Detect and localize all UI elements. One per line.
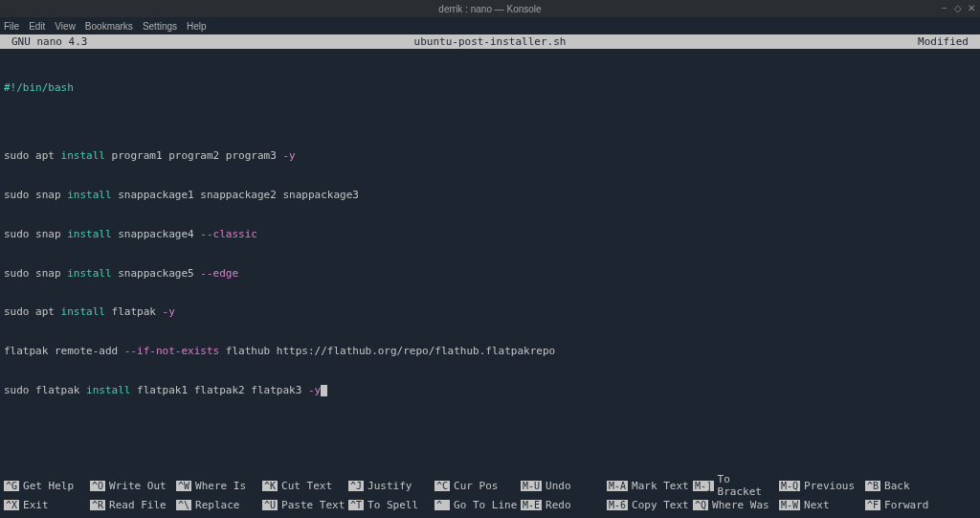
shortcut: ^UPaste Text [262, 499, 348, 511]
editor-area[interactable]: #!/bin/bash sudo apt install program1 pr… [0, 49, 980, 471]
blank-line [4, 285, 976, 300]
code-text: sudo snap [4, 267, 67, 280]
menu-file[interactable]: File [4, 21, 19, 32]
flag: -y [308, 384, 321, 396]
shortcut-label: Go To Line [454, 499, 517, 511]
flag: -y [282, 149, 295, 162]
shortcut: ^JJustify [348, 473, 434, 498]
blank-line [4, 364, 976, 378]
menu-view[interactable]: View [55, 21, 76, 32]
window-titlebar: derrik : nano — Konsole − ◇ ✕ [0, 0, 980, 17]
shortcut-label: Replace [195, 499, 239, 511]
window-title: derrik : nano — Konsole [438, 4, 541, 14]
shortcut: M-6Copy Text [607, 499, 693, 511]
code-text: flatpak remote-add [4, 345, 124, 357]
code-line: sudo snap install snappackage1 snappacka… [4, 188, 976, 202]
shortcut-key: M-] [693, 481, 714, 491]
menu-edit[interactable]: Edit [29, 21, 45, 32]
flag: --edge [200, 267, 238, 280]
shortcut-key: ^_ [434, 500, 450, 510]
code-line: sudo snap install snappackage4 --classic [4, 227, 976, 241]
shortcut: ^\Replace [176, 499, 262, 511]
code-text: flatpak [105, 305, 163, 318]
shortcut-label: Previous [804, 480, 855, 492]
shortcut-label: Forward [884, 499, 928, 511]
shortcut-label: Write Out [109, 480, 167, 492]
shortcut-key: M-6 [607, 500, 628, 510]
shortcut-label: Get Help [23, 480, 74, 492]
keyword: install [86, 384, 130, 396]
shortcut-key: ^O [90, 481, 105, 491]
code-line: sudo flatpak install flatpak1 flatpak2 f… [4, 383, 976, 397]
blank-line [4, 246, 976, 260]
menubar: File Edit View Bookmarks Settings Help [0, 17, 980, 34]
shortcut-label: Next [804, 499, 830, 511]
shortcut: ^RRead File [90, 499, 176, 511]
shortcut-label: Mark Text [632, 480, 689, 492]
flag: --if-not-exists [124, 345, 219, 357]
shortcut-label: Copy Text [632, 499, 689, 511]
shortcut-key: ^U [262, 500, 278, 510]
keyword: install [61, 305, 105, 318]
minimize-icon[interactable]: − [940, 4, 949, 13]
shortcut: ^KCut Text [262, 473, 348, 498]
code-text: sudo snap [4, 228, 67, 240]
shortcut: ^XExit [4, 499, 90, 511]
shortcut: M-ERedo [521, 499, 607, 511]
shortcut-key: ^Q [693, 500, 708, 510]
menu-bookmarks[interactable]: Bookmarks [85, 21, 133, 32]
keyword: install [67, 189, 111, 201]
blank-line [4, 129, 976, 144]
shortcut-label: To Spell [368, 499, 418, 511]
shortcut: M-WNext [779, 499, 865, 511]
code-line: sudo apt install flatpak -y [4, 304, 976, 319]
nano-version: GNU nano 4.3 [11, 35, 87, 48]
shortcut-key: ^K [262, 481, 278, 491]
shortcut: M-]To Bracket [693, 473, 779, 498]
shortcut-key: M-E [521, 500, 542, 510]
code-text: sudo snap [4, 189, 67, 201]
shortcut-key: ^J [348, 481, 364, 491]
shortcut-label: Exit [23, 499, 49, 511]
window-controls: − ◇ ✕ [940, 4, 976, 13]
maximize-icon[interactable]: ◇ [953, 4, 963, 13]
menu-help[interactable]: Help [187, 21, 207, 32]
nano-shortcuts: ^GGet Help^OWrite Out^WWhere Is^KCut Tex… [0, 471, 980, 518]
cursor [321, 385, 327, 396]
shortcut: ^_Go To Line [434, 499, 521, 511]
close-icon[interactable]: ✕ [967, 4, 976, 13]
menu-settings[interactable]: Settings [143, 21, 177, 32]
code-text: sudo apt [4, 305, 61, 318]
shortcut-key: ^T [348, 500, 364, 510]
nano-header: GNU nano 4.3 ubuntu-post-installer.sh Mo… [0, 34, 980, 49]
shortcut: M-QPrevious [779, 473, 865, 498]
shortcut-key: ^R [90, 500, 105, 510]
shortcut-label: Where Was [712, 499, 769, 511]
flag: --classic [200, 228, 257, 240]
blank-line [4, 325, 976, 339]
shortcut-row-1: ^GGet Help^OWrite Out^WWhere Is^KCut Tex… [4, 473, 976, 498]
shortcut-label: Justify [368, 480, 412, 492]
code-text: program1 program2 program3 [105, 149, 282, 162]
code-text: sudo flatpak [4, 384, 86, 396]
code-text: sudo apt [4, 149, 61, 162]
shortcut: ^QWhere Was [693, 499, 779, 511]
shortcut: ^BBack [865, 473, 951, 498]
shortcut-key: ^F [865, 500, 880, 510]
shortcut-label: Where Is [195, 480, 246, 492]
shortcut-key: ^C [434, 481, 450, 491]
shortcut-label: Cut Text [281, 480, 332, 492]
shortcut: ^OWrite Out [90, 473, 176, 498]
shortcut-label: Paste Text [281, 499, 345, 511]
shortcut-label: Back [884, 480, 910, 492]
shortcut-row-2: ^XExit^RRead File^\Replace^UPaste Text^T… [4, 499, 976, 511]
shortcut-label: To Bracket [718, 473, 779, 498]
code-text: flathub https://flathub.org/repo/flathub… [219, 345, 555, 357]
shortcut-key: ^W [176, 481, 191, 491]
nano-status: Modified [918, 35, 969, 48]
keyword: install [67, 228, 111, 240]
blank-line [4, 169, 976, 183]
shebang-line: #!/bin/bash [4, 80, 976, 95]
shortcut: ^CCur Pos [434, 473, 521, 498]
shortcut-label: Cur Pos [454, 480, 498, 492]
